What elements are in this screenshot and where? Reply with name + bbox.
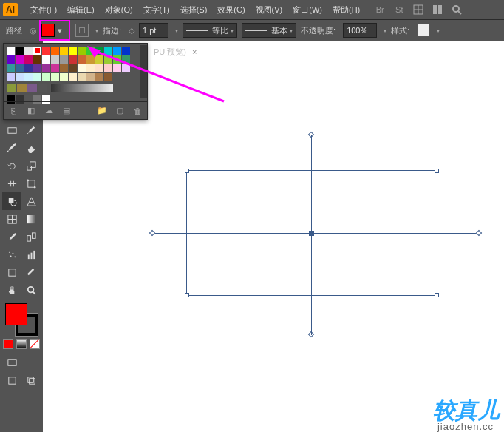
- swatch[interactable]: [78, 64, 86, 72]
- menu-object[interactable]: 对象(O): [100, 4, 138, 16]
- swatch[interactable]: [16, 55, 24, 64]
- eyedropper-tool[interactable]: [2, 228, 21, 246]
- selected-rectangle[interactable]: [186, 170, 437, 296]
- swatch[interactable]: [69, 64, 77, 72]
- swatch[interactable]: [60, 64, 68, 72]
- menu-view[interactable]: 视图(V): [251, 4, 288, 16]
- swatch[interactable]: [7, 47, 15, 55]
- hand-tool[interactable]: [2, 281, 21, 299]
- draw-normal[interactable]: [2, 371, 21, 389]
- swatch[interactable]: [24, 64, 33, 72]
- swatch[interactable]: [113, 55, 121, 64]
- swatch[interactable]: [86, 73, 95, 81]
- swatch[interactable]: [51, 73, 59, 81]
- new-group-icon[interactable]: 📁: [97, 106, 107, 116]
- slice-tool[interactable]: [21, 263, 41, 281]
- perspective-tool[interactable]: [21, 192, 41, 210]
- swatch[interactable]: [95, 73, 103, 81]
- anchor-bl[interactable]: [185, 293, 189, 297]
- swatch[interactable]: [33, 64, 41, 72]
- swatch[interactable]: [16, 64, 24, 72]
- options-icon[interactable]: ▤: [61, 106, 72, 116]
- grid-icon[interactable]: [412, 4, 424, 16]
- menu-help[interactable]: 帮助(H): [327, 4, 365, 16]
- swatch[interactable]: [16, 73, 24, 81]
- swatch[interactable]: [113, 64, 121, 72]
- bridge-icon[interactable]: Br: [374, 4, 386, 16]
- artboard-tool[interactable]: [2, 263, 21, 281]
- swatch[interactable]: [24, 47, 33, 55]
- menu-effect[interactable]: 效果(C): [212, 4, 250, 16]
- show-icon[interactable]: ◧: [26, 106, 36, 116]
- swatch[interactable]: [42, 73, 50, 81]
- stock-icon[interactable]: St: [393, 4, 405, 16]
- stroke-swatch[interactable]: [75, 24, 89, 37]
- menu-select[interactable]: 选择(S): [175, 4, 213, 16]
- swatch[interactable]: [104, 47, 112, 55]
- zoom-tool[interactable]: [21, 281, 41, 299]
- swatch-folder[interactable]: [17, 84, 27, 92]
- swatch[interactable]: [78, 47, 86, 55]
- eraser-tool[interactable]: [21, 139, 41, 157]
- opacity-input[interactable]: 100%: [343, 23, 377, 38]
- screen-mode[interactable]: [2, 354, 21, 371]
- search-icon[interactable]: [451, 4, 463, 16]
- graph-tool[interactable]: [21, 246, 41, 263]
- swatch[interactable]: [33, 55, 41, 64]
- swatch[interactable]: [69, 47, 77, 55]
- delete-swatch-icon[interactable]: 🗑: [132, 106, 143, 116]
- grayscale-ramp[interactable]: [51, 84, 113, 92]
- mesh-tool[interactable]: [2, 210, 21, 228]
- swatch[interactable]: [122, 47, 130, 55]
- edit-toolbar[interactable]: ⋯: [21, 354, 41, 371]
- free-transform-tool[interactable]: [21, 175, 41, 192]
- swatch[interactable]: [86, 55, 95, 64]
- swatch[interactable]: [42, 64, 50, 72]
- swatch[interactable]: [122, 64, 130, 72]
- swatches-panel[interactable]: ⎘ ◧ ☁ ▤ 📁 ▢ 🗑: [3, 43, 148, 120]
- anchor-br[interactable]: [435, 293, 439, 297]
- swatch[interactable]: [95, 47, 103, 55]
- none-mode[interactable]: [30, 339, 40, 349]
- swatch[interactable]: [69, 55, 77, 64]
- swatch[interactable]: [95, 55, 103, 64]
- swatch-scrollbar[interactable]: [140, 45, 147, 98]
- swatch[interactable]: [69, 73, 77, 81]
- stroke-link-icon[interactable]: ◇: [129, 26, 134, 36]
- swatch[interactable]: [95, 64, 103, 72]
- swatch-folder[interactable]: [38, 84, 47, 92]
- swatch[interactable]: [33, 73, 41, 81]
- menu-edit[interactable]: 编辑(E): [62, 4, 100, 16]
- draw-behind[interactable]: [21, 371, 41, 389]
- cloud-icon[interactable]: ☁: [44, 106, 54, 116]
- stroke-width-input[interactable]: 1 pt: [139, 23, 168, 38]
- shape-builder-tool[interactable]: [2, 192, 21, 210]
- library-icon[interactable]: ⎘: [8, 106, 18, 116]
- swatch[interactable]: [24, 55, 33, 64]
- fill-dropdown[interactable]: ▾: [55, 22, 65, 38]
- swatch[interactable]: [78, 55, 86, 64]
- document-tab[interactable]: PU 预览) ×: [148, 43, 202, 61]
- paintbrush-tool[interactable]: [21, 121, 41, 139]
- swatch[interactable]: [60, 47, 68, 55]
- swatch[interactable]: [33, 47, 41, 55]
- pencil-tool[interactable]: [2, 139, 21, 157]
- swatch[interactable]: [42, 47, 50, 55]
- swatch[interactable]: [104, 55, 112, 64]
- rectangle-tool[interactable]: [2, 121, 21, 139]
- swatch[interactable]: [113, 47, 121, 55]
- anchor-tl[interactable]: [185, 169, 189, 173]
- fill-indicator[interactable]: [5, 303, 27, 325]
- swatch[interactable]: [7, 55, 15, 64]
- target-icon[interactable]: ◎: [30, 26, 37, 36]
- stroke-dropdown[interactable]: ▾: [95, 27, 98, 34]
- swatch[interactable]: [60, 55, 68, 64]
- symbol-sprayer-tool[interactable]: [2, 246, 21, 263]
- swatch[interactable]: [122, 55, 130, 64]
- swatch[interactable]: [78, 73, 86, 81]
- menu-type[interactable]: 文字(T): [138, 4, 175, 16]
- style-thumbnail[interactable]: [417, 24, 430, 37]
- swatch[interactable]: [7, 73, 15, 81]
- swatch-folder[interactable]: [27, 84, 37, 92]
- swatch[interactable]: [104, 64, 112, 72]
